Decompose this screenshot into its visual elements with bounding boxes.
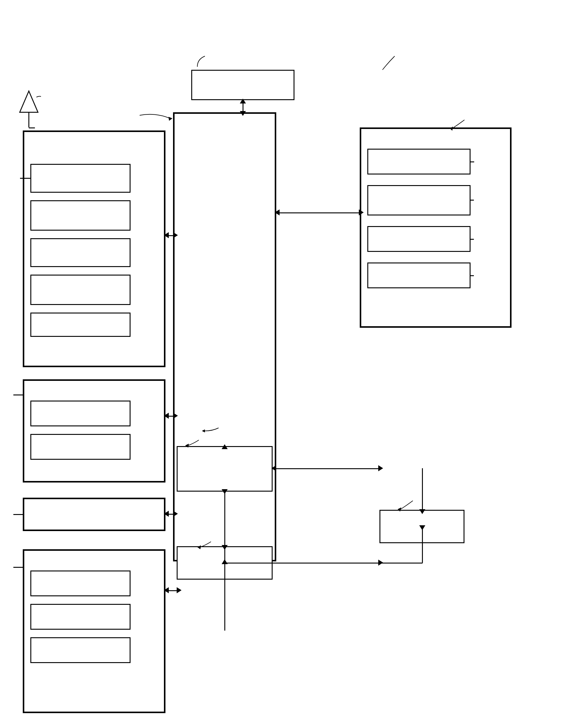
- controller-to-output-line: [275, 212, 360, 213]
- wireless-left-arrow: [164, 232, 169, 238]
- svg-marker-2: [185, 444, 189, 448]
- ref-170-arrow: [194, 539, 218, 549]
- ref-110-arrow: [137, 109, 176, 124]
- pressure-box: [30, 604, 130, 630]
- ref-140-line: [13, 567, 23, 568]
- power-down-arrow: [240, 111, 246, 116]
- ref155-tick: [470, 239, 474, 240]
- multimedia-to-memory-line: [272, 468, 380, 469]
- controller-sensing-line: [224, 561, 225, 591]
- ref-180-arrow: [200, 423, 225, 435]
- camera-box: [30, 401, 130, 426]
- ref153-tick: [470, 200, 474, 201]
- wireless-right-arrow: [173, 232, 178, 238]
- svg-marker-4: [398, 507, 401, 511]
- ref-160-arrow: [395, 498, 419, 511]
- svg-marker-6: [20, 91, 38, 112]
- audio-module-box: [367, 185, 471, 215]
- ref157-tick: [470, 275, 474, 276]
- power-supply-box: [191, 70, 295, 100]
- multimedia-down-arrow: [221, 489, 228, 494]
- microphone-box: [30, 434, 130, 460]
- user-input-box: [23, 498, 165, 531]
- interface-left-line: [225, 563, 272, 564]
- ref-111-line: [20, 178, 31, 179]
- interface-to-memory-line: [272, 563, 423, 564]
- ref151-tick: [470, 161, 474, 162]
- interface-memory-v-line: [422, 527, 423, 563]
- figure-title: [0, 0, 561, 18]
- ref-150-arrow: [449, 117, 471, 130]
- user-left-arrow: [164, 511, 169, 517]
- av-left-arrow: [164, 413, 169, 419]
- ref-130-line: [13, 514, 23, 515]
- proximity-box: [30, 571, 130, 596]
- multimedia-to-controller-line: [224, 491, 225, 561]
- motion-box: [30, 637, 130, 663]
- gps-box: [30, 313, 130, 337]
- svg-marker-3: [197, 545, 201, 549]
- output-left-arrow: [275, 209, 279, 215]
- interface-memory-down-arrow: [419, 525, 425, 530]
- ref-100-arrow: [377, 53, 407, 77]
- svg-marker-1: [168, 117, 172, 121]
- user-right-arrow: [173, 511, 178, 517]
- svg-marker-0: [202, 429, 205, 432]
- av-right-arrow: [173, 413, 178, 419]
- antenna-to-wireless-line: [29, 127, 35, 128]
- interface-memory-right-arrow: [378, 560, 383, 566]
- broadcast-box: [30, 164, 130, 193]
- ref-120-line: [13, 394, 23, 395]
- memory-line-v: [422, 468, 423, 510]
- display-module-box: [367, 149, 471, 174]
- av-input-outer-box: [23, 379, 165, 483]
- power-up-arrow: [240, 99, 246, 103]
- wireless-internet-box: [30, 238, 130, 267]
- multimedia-up-arrow: [221, 444, 228, 449]
- sensing-right-arrow: [177, 587, 181, 593]
- alarm-module-box: [367, 226, 471, 252]
- short-range-box: [30, 275, 130, 305]
- svg-marker-5: [450, 127, 453, 130]
- ref-190-arrow: [191, 53, 215, 71]
- memory-right-arrow: [378, 465, 383, 471]
- mobile-comm-box: [30, 200, 130, 231]
- output-right-arrow: [359, 209, 364, 215]
- memory-down-arrow: [419, 509, 425, 514]
- antenna-symbol: [17, 88, 41, 130]
- haptic-module-box: [367, 262, 471, 288]
- multimedia-box: [177, 446, 272, 492]
- ref-181-arrow: [182, 437, 206, 448]
- memory-left-arrow: [271, 465, 276, 471]
- sensing-left-arrow: [164, 587, 169, 593]
